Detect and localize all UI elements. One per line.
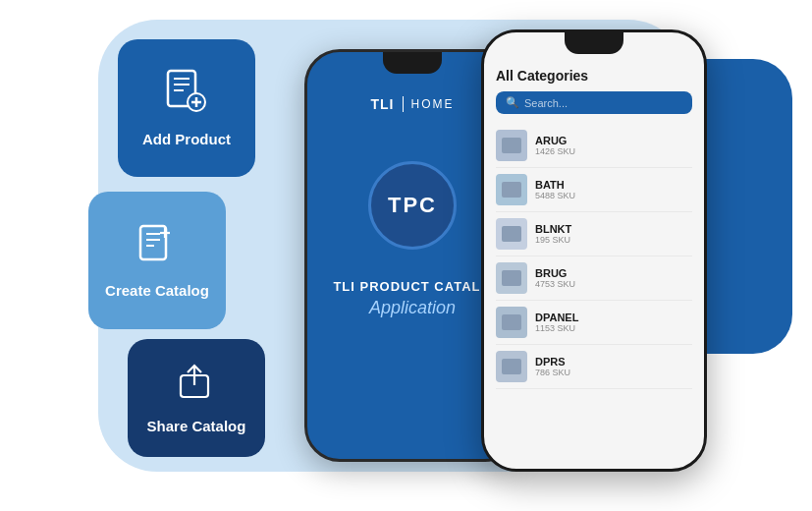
add-product-label: Add Product (142, 131, 231, 147)
category-thumbnail (496, 351, 527, 382)
category-sku: 5488 SKU (535, 191, 575, 200)
category-info: ARUG1426 SKU (535, 135, 575, 156)
share-catalog-label: Share Catalog (147, 418, 246, 434)
tli-brand: TLI (371, 96, 395, 112)
category-thumbnail (496, 174, 527, 205)
category-name: BLNKT (535, 223, 571, 235)
category-info: BLNKT195 SKU (535, 223, 571, 245)
phone-back-notch (383, 52, 442, 74)
phone-front-content: All Categories 🔍 Search... ARUG1426 SKUB… (484, 32, 704, 469)
category-info: DPRS786 SKU (535, 356, 570, 377)
category-thumbnail (496, 218, 527, 250)
create-catalog-button[interactable]: Create Catalog (88, 192, 226, 329)
category-sku: 1426 SKU (535, 146, 575, 156)
list-item: ARUG1426 SKU (496, 124, 692, 168)
search-bar[interactable]: 🔍 Search... (496, 91, 692, 114)
app-subtitle: Application (369, 298, 456, 318)
category-thumbnail (496, 130, 527, 161)
category-name: DPANEL (535, 312, 578, 323)
list-item: BRUG4753 SKU (496, 256, 692, 301)
add-product-button[interactable]: Add Product (118, 39, 255, 177)
category-sku: 1153 SKU (535, 323, 578, 333)
share-catalog-button[interactable]: Share Catalog (128, 339, 265, 457)
scene: Add Product Create Catalog Share Catalog (0, 0, 812, 511)
category-name: BATH (535, 179, 575, 191)
search-icon: 🔍 (506, 96, 519, 109)
category-info: BATH5488 SKU (535, 179, 575, 200)
search-placeholder: Search... (524, 97, 568, 109)
category-info: DPANEL1153 SKU (535, 312, 578, 333)
svg-rect-7 (140, 226, 166, 259)
tli-home: HOME (411, 97, 455, 111)
category-sku: 195 SKU (535, 235, 571, 245)
list-item: BLNKT195 SKU (496, 212, 692, 256)
app-title: TLI PRODUCT CATALO (333, 279, 491, 294)
phone-categories: All Categories 🔍 Search... ARUG1426 SKUB… (481, 29, 707, 472)
add-product-icon (164, 69, 209, 123)
phone-front-notch (565, 32, 623, 54)
share-catalog-icon (177, 362, 216, 410)
list-item: BATH5488 SKU (496, 168, 692, 212)
category-name: ARUG (535, 135, 575, 146)
tli-divider (403, 96, 404, 112)
category-name: BRUG (535, 267, 575, 279)
category-sku: 4753 SKU (535, 279, 575, 289)
category-name: DPRS (535, 356, 570, 368)
category-thumbnail (496, 262, 527, 294)
category-thumbnail (496, 307, 527, 338)
categories-title: All Categories (496, 68, 692, 84)
create-catalog-icon (135, 222, 179, 274)
tpc-label: TPC (388, 193, 437, 218)
tli-header: TLI HOME (371, 96, 455, 112)
list-item: DPRS786 SKU (496, 345, 692, 389)
phone-front-frame: All Categories 🔍 Search... ARUG1426 SKUB… (481, 29, 707, 472)
categories-list: ARUG1426 SKUBATH5488 SKUBLNKT195 SKUBRUG… (496, 124, 692, 389)
tpc-circle: TPC (368, 161, 457, 250)
category-sku: 786 SKU (535, 368, 570, 377)
list-item: DPANEL1153 SKU (496, 301, 692, 345)
create-catalog-label: Create Catalog (105, 282, 209, 299)
category-info: BRUG4753 SKU (535, 267, 575, 289)
